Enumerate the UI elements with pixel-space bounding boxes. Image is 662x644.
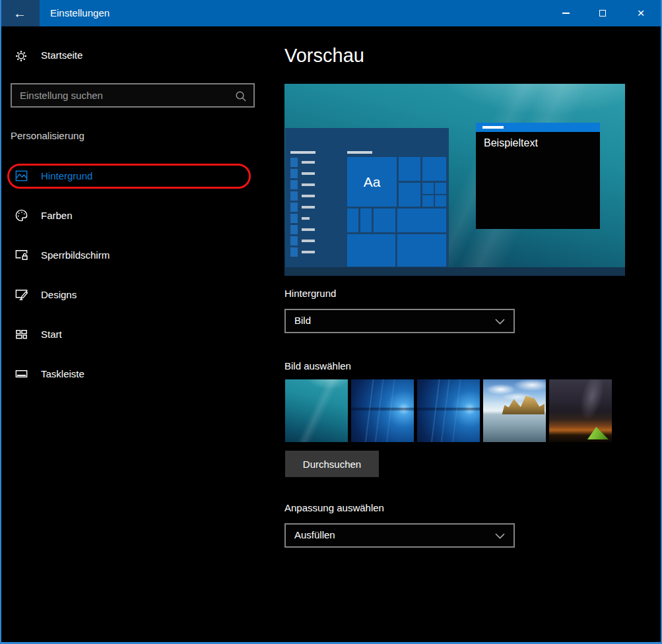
- wallpaper-thumb-underwater[interactable]: [285, 379, 348, 442]
- preview-start-menu: Aa: [285, 128, 449, 267]
- image-icon: [14, 168, 29, 183]
- fit-label: Anpassung auswählen: [284, 502, 384, 513]
- palette-icon: [14, 208, 29, 223]
- sidebar: Startseite Personalisierung Hintergrund: [0, 26, 271, 644]
- sidebar-item-taskleiste[interactable]: Taskleiste: [0, 361, 257, 387]
- background-preview: Aa Beispieltext: [284, 84, 625, 276]
- start-tiles-icon: [14, 327, 29, 342]
- section-label-personalisierung: Personalisierung: [11, 130, 84, 141]
- sidebar-item-hintergrund-label: Hintergrund: [41, 170, 92, 181]
- back-button[interactable]: ←: [0, 0, 40, 26]
- close-icon: ×: [637, 6, 644, 20]
- themes-icon: [14, 287, 29, 302]
- sidebar-item-designs[interactable]: Designs: [0, 282, 257, 308]
- background-label: Hintergrund: [284, 288, 336, 299]
- sidebar-item-start[interactable]: Start: [0, 321, 257, 348]
- preview-sample-window: Beispieltext: [476, 123, 600, 229]
- sidebar-item-sperrbildschirm-label: Sperrbildschirm: [41, 249, 110, 261]
- sidebar-item-home-label: Startseite: [41, 49, 83, 61]
- green-tent-shape: [587, 427, 609, 439]
- preview-aa-tile: Aa: [347, 157, 397, 207]
- window-title: Einstellungen: [50, 0, 110, 26]
- start-menu-list: [285, 158, 345, 263]
- sidebar-item-taskleiste-label: Taskleiste: [41, 368, 84, 379]
- sidebar-item-sperrbildschirm[interactable]: Sperrbildschirm: [0, 242, 257, 269]
- search-input[interactable]: [12, 84, 253, 106]
- preview-tile: [347, 209, 358, 232]
- preview-tile: [374, 209, 395, 232]
- back-arrow-icon: ←: [13, 6, 26, 20]
- preview-tile: [422, 157, 446, 181]
- background-type-value: Bild: [294, 315, 311, 326]
- maximize-icon: [599, 10, 606, 16]
- minimize-button[interactable]: [550, 0, 581, 26]
- preview-tile: [422, 183, 434, 194]
- gear-icon: [14, 49, 28, 63]
- sidebar-item-hintergrund[interactable]: Hintergrund: [0, 163, 257, 189]
- taskbar-icon: [14, 366, 29, 381]
- wallpaper-thumb-beach[interactable]: [483, 379, 546, 442]
- sidebar-item-home[interactable]: Startseite: [0, 48, 255, 66]
- titlebar: ← Einstellungen ×: [0, 0, 662, 26]
- sample-window-body: Beispieltext: [476, 132, 600, 229]
- preview-tile: [397, 234, 446, 267]
- main-panel: Vorschau Aa: [284, 26, 641, 644]
- sidebar-item-start-label: Start: [41, 329, 62, 340]
- lock-screen-icon: [14, 247, 29, 263]
- sidebar-item-farben-label: Farben: [41, 210, 73, 221]
- preview-tile: [422, 195, 434, 207]
- preview-tile: [399, 183, 420, 207]
- preview-tile: [397, 209, 446, 232]
- chevron-down-icon: [495, 319, 505, 325]
- browse-button[interactable]: Durchsuchen: [285, 451, 379, 477]
- preview-tile: [399, 157, 420, 181]
- choose-image-label: Bild auswählen: [284, 360, 351, 371]
- preview-taskbar: [284, 267, 625, 276]
- sample-window-titlebar: [476, 123, 600, 132]
- preview-tile: [360, 209, 372, 232]
- wallpaper-thumb-windows-hero-2[interactable]: [417, 379, 480, 442]
- fit-dropdown[interactable]: Ausfüllen: [284, 523, 515, 548]
- search-box: [11, 83, 255, 108]
- preview-tile: [435, 183, 446, 194]
- window-border-left: [0, 0, 1, 644]
- sidebar-item-farben[interactable]: Farben: [0, 203, 257, 229]
- sample-text: Beispieltext: [484, 137, 538, 149]
- background-type-dropdown[interactable]: Bild: [284, 309, 515, 333]
- fit-value: Ausfüllen: [294, 529, 335, 540]
- preview-tile: [347, 234, 395, 267]
- start-menu-header-line: [290, 151, 315, 154]
- page-title: Vorschau: [284, 45, 364, 67]
- sample-window-title-placeholder: [482, 126, 504, 129]
- beach-rocks-shape: [502, 396, 545, 415]
- sidebar-item-designs-label: Designs: [41, 289, 77, 300]
- preview-tile: [435, 195, 446, 207]
- minimize-icon: [562, 13, 570, 14]
- wallpaper-thumb-night[interactable]: [549, 379, 612, 442]
- chevron-down-icon: [495, 533, 505, 539]
- tiles-header-line: [347, 151, 372, 154]
- close-button[interactable]: ×: [626, 0, 656, 26]
- maximize-button[interactable]: [587, 0, 618, 26]
- wallpaper-thumbnails: [285, 379, 625, 442]
- wallpaper-thumb-windows-hero[interactable]: [351, 379, 414, 442]
- search-icon: [234, 90, 247, 102]
